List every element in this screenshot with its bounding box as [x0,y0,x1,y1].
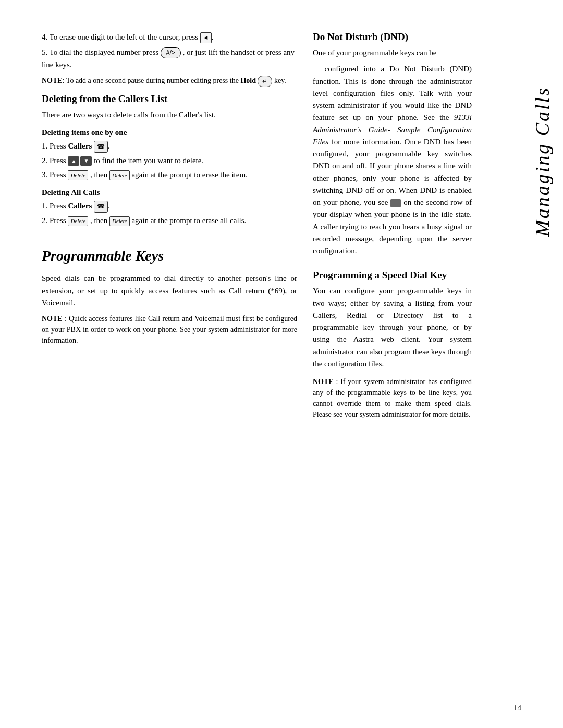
delete-step2: 2. Press ▲ ▼ to find the item you want t… [42,155,297,167]
down-arrow: ▼ [80,156,92,166]
note-bold-2: NOTE [42,315,63,323]
up-arrow: ▲ [68,156,79,166]
dnd-grid-icon: ⠿ [390,199,401,207]
list-item-4: 4. To erase one digit to the left of the… [42,31,297,43]
all-step2: 2. Press Delete , then Delete again at t… [42,215,297,227]
programmable-section: Programmable Keys Speed dials can be pro… [42,248,297,346]
callers-heading: Deleting from the Callers List [42,93,297,105]
dnd-para2: configured into a Do Not Disturb (DND) f… [313,63,472,257]
dnd-section: Do Not Disturb (DND) One of your program… [313,31,472,257]
sidebar-title: Managing Calls [531,31,554,292]
note-bold-3: NOTE [313,378,334,386]
callers-icon: ☎ [94,141,108,153]
hold-bold: Hold [240,77,256,84]
programmable-heading: Programmable Keys [42,248,297,264]
speed-dial-para1: You can configure your programmable keys… [313,285,472,370]
delete-one-heading: Deleting items one by one [42,128,297,137]
dial-key: #/> [161,47,181,58]
backspace-icon: ◄ [200,32,212,43]
dnd-para1: One of your programmable keys can be [313,47,472,59]
delete-btn-3: Delete [68,216,88,226]
delete-all-list: 1. Press Callers ☎ . 2. Press Delete , t… [42,200,297,227]
callers-section: Deleting from the Callers List There are… [42,93,297,227]
dnd-heading: Do Not Disturb (DND) [313,31,472,43]
top-notes: 4. To erase one digit to the left of the… [42,31,297,87]
all-step1: 1. Press Callers ☎ . [42,200,297,213]
list-item-5: 5. To dial the displayed number press #/… [42,46,297,71]
delete-step3: 3. Press Delete , then Delete again at t… [42,169,297,181]
delete-all-heading: Deleting All Calls [42,188,297,197]
delete-btn-1: Delete [68,170,88,180]
page: Managing Calls 4. To erase one digit to … [0,0,563,728]
nav-arrows: ▲ ▼ [68,156,92,166]
numbered-list: 4. To erase one digit to the left of the… [42,31,297,71]
programmable-note: NOTE : Quick access features like Call r… [42,313,297,346]
delete-btn-2: Delete [109,170,130,180]
page-number: 14 [513,704,521,712]
callers-icon-2: ☎ [94,201,108,213]
callers-intro: There are two ways to delete calls from … [42,109,297,121]
main-grid: 4. To erase one digit to the left of the… [42,31,500,424]
hold-button-icon: ↵ [258,76,272,87]
right-column: Do Not Disturb (DND) One of your program… [313,31,500,424]
left-column: 4. To erase one digit to the left of the… [42,31,297,424]
speed-dial-section: Programming a Speed Dial Key You can con… [313,269,472,420]
delete-step1: 1. Press Callers ☎ . [42,140,297,153]
note-bold-label: NOTE [42,77,63,84]
note-paragraph: NOTE: To add a one second pause during n… [42,75,297,87]
programmable-intro: Speed dials can be programmed to dial di… [42,273,297,309]
speed-dial-note: NOTE : If your system administrator has … [313,376,472,420]
speed-dial-heading: Programming a Speed Dial Key [313,269,472,281]
delete-btn-4: Delete [109,216,130,226]
delete-one-list: 1. Press Callers ☎ . 2. Press ▲ ▼ to fin… [42,140,297,181]
